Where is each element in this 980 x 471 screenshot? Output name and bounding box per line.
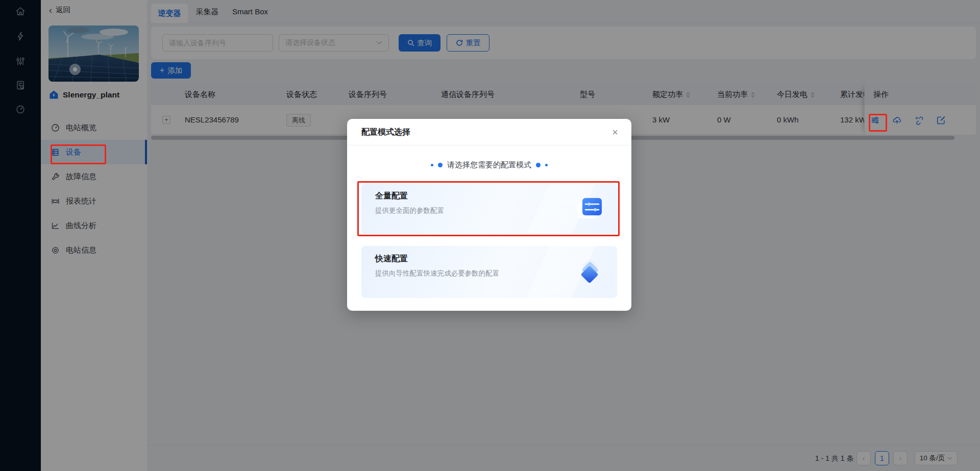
dot-icon — [431, 164, 433, 166]
option-full-config[interactable]: 全量配置 提供更全面的参数配置 — [361, 183, 617, 234]
dot-icon — [438, 163, 443, 167]
config-mode-modal: 配置模式选择 × 请选择您需要的配置模式 全量配置 提供更全面的参数配置 — [347, 119, 631, 311]
option-title: 全量配置 — [375, 191, 408, 202]
full-config-icon — [576, 196, 603, 221]
modal-header: 配置模式选择 × — [347, 119, 631, 145]
dot-icon — [545, 164, 548, 166]
modal-prompt-row: 请选择您需要的配置模式 — [347, 158, 631, 171]
quick-config-icon — [576, 259, 603, 285]
modal-title: 配置模式选择 — [361, 119, 410, 145]
app-window: ‹ 返回 — [0, 0, 980, 471]
option-desc: 提供向导性配置快速完成必要参数的配置 — [375, 269, 499, 278]
dot-icon — [536, 163, 541, 167]
option-title: 快速配置 — [375, 254, 408, 264]
modal-prompt: 请选择您需要的配置模式 — [447, 160, 531, 170]
option-desc: 提供更全面的参数配置 — [375, 206, 444, 215]
close-icon[interactable]: × — [609, 126, 621, 138]
option-quick-config[interactable]: 快速配置 提供向导性配置快速完成必要参数的配置 — [361, 246, 617, 298]
